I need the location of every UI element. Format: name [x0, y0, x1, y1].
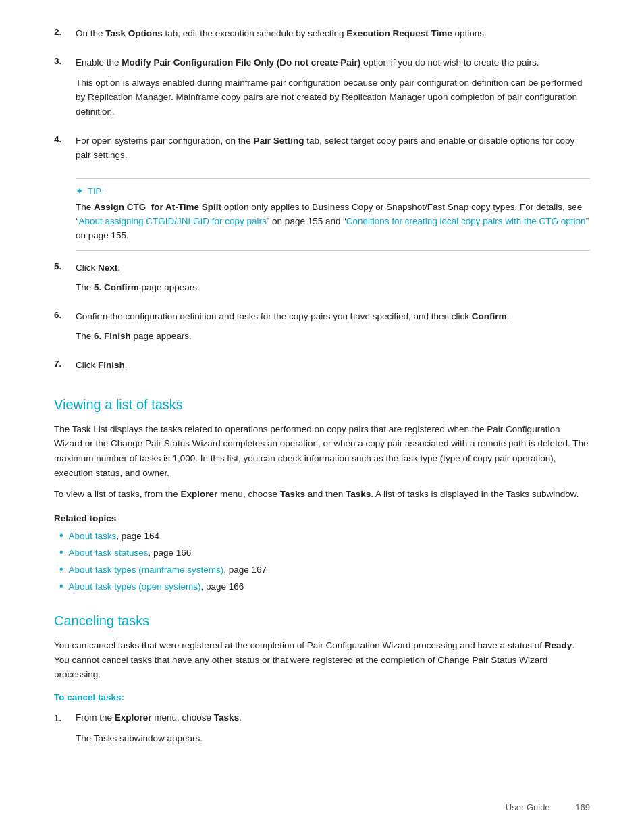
cancel-step-1: 1. From the Explorer menu, choose Tasks.… [54, 711, 590, 753]
cancel-step-1-content: From the Explorer menu, choose Tasks. Th… [76, 711, 590, 753]
viewing-body-1: The Task List displays the tasks related… [54, 422, 590, 480]
bullet-dot: • [59, 547, 63, 558]
step-2: 2. On the Task Options tab, edit the exe… [54, 27, 590, 47]
step-5: 5. Click Next. The 5. Confirm page appea… [54, 261, 590, 301]
canceling-body: You can cancel tasks that were registere… [54, 638, 590, 753]
bullet-dot: • [59, 530, 63, 541]
canceling-heading: Canceling tasks [54, 613, 590, 629]
step-5-content: Click Next. The 5. Confirm page appears. [76, 261, 590, 301]
footer: User Guide 169 [506, 802, 590, 812]
bullet-dot: • [59, 581, 63, 592]
tip-icon: ✦ [76, 186, 84, 197]
step-7-text: Click Finish. [76, 359, 590, 373]
step-7: 7. Click Finish. [54, 359, 590, 378]
list-item-text: About task types (mainframe systems), pa… [69, 563, 267, 577]
viewing-heading: Viewing a list of tasks [54, 397, 590, 413]
viewing-section: Viewing a list of tasks The Task List di… [54, 397, 590, 594]
step-5-note: The 5. Confirm page appears. [76, 281, 590, 295]
tip-link-2[interactable]: Conditions for creating local copy pairs… [346, 216, 586, 226]
related-topics-list: • About tasks, page 164 • About task sta… [59, 529, 590, 594]
related-link-1[interactable]: About tasks [69, 531, 117, 541]
step-2-text: On the Task Options tab, edit the execut… [76, 27, 590, 41]
list-item: • About task statuses, page 166 [59, 546, 590, 561]
step-7-number: 7. [54, 359, 76, 369]
step-3-number: 3. [54, 56, 76, 66]
bullet-dot: • [59, 564, 63, 575]
footer-label: User Guide [506, 802, 550, 812]
step-4-content: For open systems pair configuration, on … [76, 134, 590, 168]
step-6: 6. Confirm the configuration definition … [54, 310, 590, 349]
related-link-4[interactable]: About task types (open systems) [69, 581, 201, 592]
step-6-text: Confirm the configuration definition and… [76, 310, 590, 324]
related-link-3[interactable]: About task types (mainframe systems) [69, 565, 224, 575]
tip-link-1[interactable]: About assigning CTGID/JNLGID for copy pa… [79, 216, 267, 226]
list-item: • About task types (mainframe systems), … [59, 563, 590, 577]
page: 2. On the Task Options tab, edit the exe… [0, 0, 644, 834]
list-item: • About tasks, page 164 [59, 529, 590, 544]
viewing-body: The Task List displays the tasks related… [54, 422, 590, 594]
list-item-text: About task statuses, page 166 [69, 546, 192, 561]
step-3-note: This option is always enabled during mai… [76, 76, 590, 120]
step-3-content: Enable the Modify Pair Configuration Fil… [76, 56, 590, 125]
cancel-step-1-text: From the Explorer menu, choose Tasks. [76, 711, 590, 725]
to-cancel-label: To cancel tasks: [54, 690, 590, 705]
tip-header: ✦ TIP: [76, 186, 590, 197]
step-4-number: 4. [54, 134, 76, 145]
tip-box: ✦ TIP: The Assign CTG for At-Time Split … [76, 178, 590, 251]
cancel-step-1-number: 1. [54, 711, 76, 726]
tip-label: TIP: [88, 186, 104, 197]
related-link-2[interactable]: About task statuses [69, 548, 149, 558]
step-7-content: Click Finish. [76, 359, 590, 378]
cancel-step-1-note: The Tasks subwindow appears. [76, 732, 590, 746]
step-6-number: 6. [54, 310, 76, 320]
step-2-content: On the Task Options tab, edit the execut… [76, 27, 590, 47]
step-6-content: Confirm the configuration definition and… [76, 310, 590, 349]
step-3: 3. Enable the Modify Pair Configuration … [54, 56, 590, 125]
step-6-note: The 6. Finish page appears. [76, 330, 590, 344]
step-4: 4. For open systems pair configuration, … [54, 134, 590, 168]
list-item-text: About task types (open systems), page 16… [69, 580, 244, 594]
steps-top-section: 2. On the Task Options tab, edit the exe… [54, 27, 590, 378]
footer-divider [558, 802, 567, 812]
canceling-body-1: You can cancel tasks that were registere… [54, 638, 590, 682]
step-5-text: Click Next. [76, 261, 590, 276]
step-4-text: For open systems pair configuration, on … [76, 134, 590, 163]
canceling-section: Canceling tasks You can cancel tasks tha… [54, 613, 590, 753]
viewing-body-2: To view a list of tasks, from the Explor… [54, 487, 590, 502]
step-2-number: 2. [54, 27, 76, 37]
footer-page-number: 169 [575, 802, 590, 812]
step-5-number: 5. [54, 261, 76, 271]
list-item: • About task types (open systems), page … [59, 580, 590, 594]
list-item-text: About tasks, page 164 [69, 529, 159, 544]
related-topics-label: Related topics [54, 511, 590, 526]
step-3-text: Enable the Modify Pair Configuration Fil… [76, 56, 590, 70]
tip-content: The Assign CTG for At-Time Split option … [76, 201, 590, 243]
